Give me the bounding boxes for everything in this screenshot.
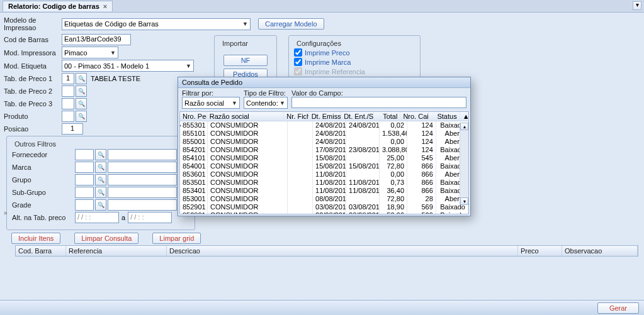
chevron-down-icon: ▼ [242, 21, 248, 27]
marca-label: Marca [12, 163, 75, 171]
grupo-name [108, 174, 177, 185]
valor-campo-input[interactable] [291, 97, 466, 108]
col-nro-ped[interactable]: Nro. Ped. [180, 112, 207, 121]
cod-barras-value: Ean13/BarCode39 [62, 34, 131, 45]
subgrupo-label: Sub-Grupo [12, 189, 75, 196]
grupo-input[interactable] [75, 174, 94, 185]
limpar-consulta-button[interactable]: Limpar Consulta [74, 233, 138, 244]
imprime-marca-check[interactable]: Imprime Marca [294, 58, 415, 66]
limpar-grid-button[interactable]: Limpar grid [152, 233, 201, 244]
print-model-label: Modelo de Impressao [4, 16, 62, 31]
load-model-button[interactable]: Carregar Modelo [258, 18, 324, 30]
lookup-icon[interactable]: 🔍 [95, 187, 106, 198]
subgrupo-name [108, 187, 177, 198]
col-preco[interactable]: Preco [518, 246, 562, 256]
filtrar-por-combo[interactable]: Razão social▼ [182, 97, 240, 109]
col-observacao[interactable]: Observacao [562, 246, 638, 256]
chevron-down-icon: ▼ [110, 50, 116, 56]
incluir-itens-button[interactable]: Incluir Itens [11, 233, 60, 244]
chevron-down-icon: ▼ [280, 100, 285, 106]
tab-preco1-input[interactable]: 1 [62, 73, 74, 84]
tab-preco1-name: TABELA TESTE [91, 75, 140, 82]
scroll-down-icon[interactable]: ▾ [460, 197, 468, 205]
table-row[interactable]: 853401CONSUMIDOR11/08/201711/08/201736,4… [180, 187, 468, 195]
posicao-label: Posicao [4, 125, 62, 133]
report-tab-title: Relatorio: Codigo de barras [8, 3, 99, 10]
table-row[interactable]: ▸855301CONSUMIDOR24/08/201724/08/20170,0… [180, 121, 468, 130]
tipo-filtro-label: Tipo de Filtro: [244, 89, 288, 97]
col-referencia[interactable]: Referencia [66, 246, 167, 256]
scroll-up-icon[interactable]: ▴ [460, 123, 468, 130]
grade-input[interactable] [75, 199, 94, 211]
tab-preco2-label: Tab. de Preco 2 [4, 87, 62, 95]
col-nro-caixa[interactable]: Nro. Caixa [400, 112, 429, 121]
alt-tab-label: Alt. na Tab. preco [12, 214, 75, 221]
table-row[interactable]: 852901CONSUMIDOR03/08/201703/08/201718,9… [180, 203, 468, 211]
tab-preco3-input[interactable] [62, 98, 74, 109]
table-row[interactable]: 855001CONSUMIDOR24/08/20170,00124Aberto [180, 138, 468, 146]
grid-expand-icon[interactable]: » [4, 209, 8, 216]
col-dt-ent-sai[interactable]: Dt. Ent./Sai. [341, 112, 373, 121]
fornecedor-label: Fornecedor [12, 151, 75, 158]
marca-input[interactable] [75, 162, 94, 173]
lookup-icon[interactable]: 🔍 [76, 86, 87, 97]
date-to-input[interactable]: / / : : [128, 212, 172, 223]
fornecedor-input[interactable] [75, 149, 94, 160]
table-row[interactable]: 853501CONSUMIDOR11/08/201711/08/20170,73… [180, 179, 468, 187]
col-total[interactable]: Total [374, 112, 401, 121]
table-row[interactable]: 853601CONSUMIDOR11/08/20170,00866Aberto [180, 170, 468, 179]
mod-impressora-combo[interactable]: Pimaco▼ [62, 47, 118, 58]
date-from-input[interactable]: / / : : [75, 212, 119, 223]
col-cod-barra[interactable]: Cod. Barra [16, 246, 66, 256]
mod-etiqueta-label: Mod. Etiqueta [4, 62, 62, 70]
mod-impressora-label: Mod. Impressora [4, 49, 62, 57]
table-row[interactable]: 852801CONSUMIDOR02/08/201703/08/201750,9… [180, 211, 468, 214]
minimize-icon[interactable]: ▾ [633, 1, 641, 10]
tab-preco2-input[interactable] [62, 86, 74, 97]
date-sep: a [121, 214, 125, 221]
col-razao[interactable]: Razão social [207, 112, 285, 121]
vscroll-track[interactable] [460, 130, 468, 197]
tab-preco1-label: Tab. de Preco 1 [4, 75, 62, 82]
print-model-combo[interactable]: Etiquetas de Código de Barras▼ [62, 18, 251, 30]
lookup-icon[interactable]: 🔍 [95, 199, 106, 211]
gerar-button[interactable]: Gerar [597, 302, 639, 314]
col-status[interactable]: Status [429, 112, 460, 121]
chevron-down-icon: ▼ [232, 100, 237, 106]
table-row[interactable]: 854201CONSUMIDOR17/08/201723/08/20173.08… [180, 146, 468, 154]
col-nr-ficha[interactable]: Nr. Ficha [284, 112, 308, 121]
grade-name [108, 199, 177, 211]
lookup-icon[interactable]: 🔍 [76, 111, 87, 122]
consulta-pedido-modal: Consulta de Pedido Filtrar por: Razão so… [178, 77, 471, 216]
lookup-icon[interactable]: 🔍 [95, 149, 106, 160]
mod-etiqueta-combo[interactable]: 00 - Pimaco 351 - Modelo 1▼ [62, 60, 194, 72]
lookup-icon[interactable]: 🔍 [95, 174, 106, 185]
lookup-icon[interactable]: 🔍 [95, 162, 106, 173]
importar-legend: Importar [220, 40, 251, 47]
grupo-label: Grupo [12, 176, 75, 184]
outros-legend: Outros Filtros [12, 140, 59, 148]
valor-campo-label: Valor do Campo: [291, 89, 466, 97]
config-legend: Configurações [294, 40, 344, 47]
col-dt-emissao[interactable]: Dt. Emissão [309, 112, 341, 121]
nf-button[interactable]: NF [223, 55, 268, 66]
col-descricao[interactable]: Descricao [167, 246, 518, 256]
report-tab[interactable]: Relatorio: Codigo de barras × [3, 1, 113, 11]
lookup-icon[interactable]: 🔍 [76, 73, 87, 84]
scroll-up-icon[interactable]: ▲ [460, 112, 468, 121]
posicao-input[interactable]: 1 [62, 123, 83, 135]
table-row[interactable]: 854101CONSUMIDOR15/08/201725,00545Aberto [180, 154, 468, 162]
tab-preco3-label: Tab. de Preco 3 [4, 100, 62, 108]
close-tab-icon[interactable]: × [103, 3, 107, 10]
table-row[interactable]: 854001CONSUMIDOR15/08/201715/08/201772,8… [180, 162, 468, 170]
subgrupo-input[interactable] [75, 187, 94, 198]
imprime-preco-check[interactable]: Imprime Preco [294, 48, 415, 57]
chevron-down-icon: ▼ [186, 63, 191, 69]
lookup-icon[interactable]: 🔍 [76, 98, 87, 109]
table-row[interactable]: 853001CONSUMIDOR08/08/201772,8028Aberto [180, 195, 468, 203]
produto-label: Produto [4, 113, 62, 120]
table-row[interactable]: 855101CONSUMIDOR24/08/20171.538,46124Abe… [180, 130, 468, 138]
produto-input[interactable] [62, 111, 74, 122]
imprime-ref-check: Imprime Referencia [294, 67, 415, 75]
tipo-filtro-combo[interactable]: Contendo:▼ [244, 97, 288, 109]
